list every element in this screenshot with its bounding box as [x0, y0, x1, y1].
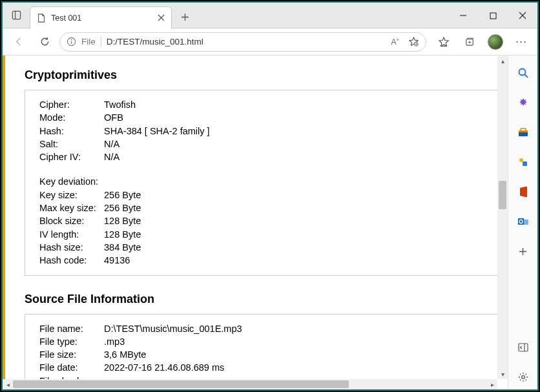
crypto-box: Cipher:Twofish Mode:OFB Hash:SHA-384 [ S… [25, 90, 497, 276]
value: Twofish [104, 98, 136, 111]
url-path: D:/TEST/music_001.html [107, 37, 203, 46]
value: SHA-384 [ SHA-2 family ] [104, 125, 210, 138]
svg-point-22 [521, 376, 524, 379]
label: Hash size: [39, 241, 104, 254]
label: Hash code: [39, 254, 104, 267]
refresh-button[interactable] [34, 31, 56, 53]
address-bar: File D:/TEST/music_001.html A» ··· [3, 28, 537, 56]
scroll-thumb[interactable] [13, 380, 349, 388]
vertical-scrollbar[interactable]: ▴ ▾ [497, 56, 508, 379]
url-scheme: File [81, 37, 96, 46]
profile-avatar[interactable] [484, 31, 506, 53]
file-icon [37, 14, 46, 23]
separator [101, 37, 101, 47]
section-title-source: Source File Information [25, 293, 497, 306]
svg-rect-17 [525, 187, 527, 197]
browser-window: Test 001 File D:/TEST/music_001.html [1, 1, 539, 391]
scroll-up-icon[interactable]: ▴ [497, 56, 508, 66]
scroll-right-icon[interactable]: ▸ [487, 379, 497, 389]
svg-rect-0 [12, 11, 20, 19]
svg-rect-14 [521, 129, 526, 131]
shopping-icon[interactable] [511, 120, 535, 145]
source-box: File name:D:\TEST\music\music_001E.mp3 F… [25, 314, 497, 379]
read-aloud-icon[interactable]: A» [391, 37, 399, 46]
outlook-icon[interactable] [511, 209, 535, 234]
value: 49136 [104, 254, 130, 267]
label: File size: [39, 348, 104, 361]
value: 3,6 MByte [104, 348, 146, 361]
svg-point-5 [71, 39, 72, 41]
value: D:\TEST\music\music_001E.mp3 [104, 322, 242, 335]
label: Cipher IV: [39, 150, 104, 163]
svg-line-11 [524, 75, 528, 78]
label: Key size: [39, 189, 104, 201]
horizontal-scrollbar[interactable]: ◂ ▸ [3, 379, 497, 389]
window-controls [448, 3, 537, 28]
info-icon[interactable] [67, 37, 76, 46]
browser-tab[interactable]: Test 001 [30, 6, 172, 28]
value: N/A [104, 138, 119, 150]
scroll-down-icon[interactable]: ▾ [497, 369, 508, 379]
add-favorite-icon[interactable] [408, 36, 419, 47]
label: Salt: [39, 138, 104, 150]
add-icon[interactable] [511, 239, 535, 263]
maximize-button[interactable] [478, 3, 508, 28]
value: 256 Byte [104, 189, 141, 201]
label: Cipher: [39, 98, 104, 111]
label: Hash: [39, 125, 104, 138]
tools-icon[interactable] [511, 150, 535, 174]
scroll-left-icon[interactable]: ◂ [3, 379, 13, 389]
tab-actions-button[interactable] [3, 2, 30, 28]
back-button[interactable] [8, 31, 30, 53]
scroll-thumb[interactable] [499, 181, 506, 209]
tab-title: Test 001 [51, 14, 152, 23]
close-tab-icon[interactable] [158, 14, 165, 21]
value: 128 Byte [104, 214, 141, 227]
label: Max key size: [39, 201, 104, 214]
url-box[interactable]: File D:/TEST/music_001.html A» [59, 32, 426, 52]
label: IV length: [39, 228, 104, 241]
label: File checksum: [39, 375, 104, 379]
collapse-sidebar-icon[interactable] [511, 335, 535, 360]
search-icon[interactable] [511, 61, 535, 85]
office-icon[interactable] [511, 180, 535, 204]
settings-icon[interactable] [511, 365, 535, 389]
edge-sidebar [508, 56, 537, 389]
value: .mp3 [104, 335, 125, 348]
value: N/A [104, 150, 119, 163]
close-window-button[interactable] [508, 3, 537, 28]
minimize-button[interactable] [448, 3, 478, 28]
svg-point-10 [519, 69, 525, 76]
label: Block size: [39, 214, 104, 227]
titlebar: Test 001 [3, 3, 537, 28]
value: 384 Byte [104, 241, 141, 254]
svg-point-15 [519, 158, 523, 162]
main-area: Cryptoprimitives Cipher:Twofish Mode:OFB… [3, 56, 537, 389]
value: OFB [104, 111, 123, 124]
svg-rect-16 [523, 161, 527, 166]
collections-icon[interactable] [459, 31, 481, 53]
value: 2022-07-16 21.46.08.689 ms [104, 361, 224, 374]
label: Key deviation: [39, 175, 104, 188]
section-title-crypto: Cryptoprimitives [25, 68, 497, 82]
new-tab-button[interactable] [172, 6, 198, 28]
label: File type: [39, 335, 104, 348]
label: Mode: [39, 111, 104, 124]
page-content: Cryptoprimitives Cipher:Twofish Mode:OFB… [3, 56, 497, 379]
discover-icon[interactable] [511, 90, 535, 115]
favorites-icon[interactable] [433, 31, 455, 53]
menu-button[interactable]: ··· [510, 31, 532, 53]
label: File date: [39, 361, 104, 374]
value: 128 Byte [104, 228, 141, 241]
svg-rect-3 [490, 13, 496, 19]
label: File name: [39, 322, 104, 335]
value: 256 Byte [104, 201, 141, 214]
